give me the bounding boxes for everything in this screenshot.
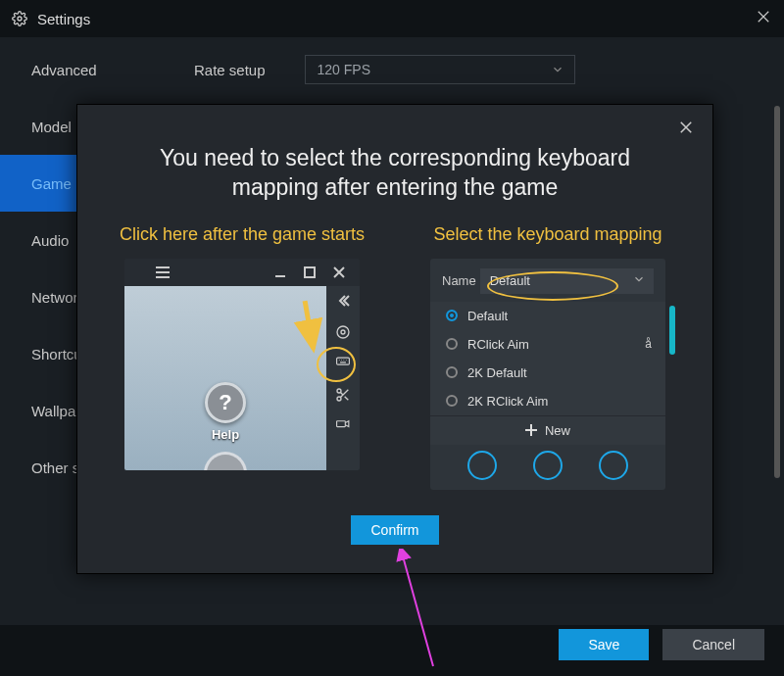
circle-icon [599,451,628,480]
mapping-option-list: Default RClick Aimå 2K Default 2K RClick… [430,302,665,445]
modal-title: You need to select the corresponding key… [124,144,665,203]
plus-icon [525,424,537,436]
chevron-down-icon [551,63,564,76]
radio-icon [446,338,458,350]
mapping-option-rclick-aim[interactable]: RClick Aimå [430,330,665,359]
modal-close-button[interactable] [677,119,695,136]
save-button[interactable]: Save [559,629,649,660]
sidebar-item-label: Advanced [31,62,97,78]
app-preview: ? Help [124,259,360,470]
keyboard-mapping-modal: You need to select the corresponding key… [76,104,713,574]
svg-point-2 [341,330,345,334]
svg-point-0 [18,17,22,21]
svg-point-5 [337,389,341,393]
sidebar-item-label: Audio [31,232,69,249]
preview-titlebar [124,259,360,286]
mapping-new-button[interactable]: New [430,415,665,445]
modal-left-column: Click here after the game starts ? Help [105,224,379,490]
modal-right-column: Select the keyboard mapping Name Default… [411,224,685,490]
sidebar-item-advanced[interactable]: Advanced [0,41,167,98]
circle-icon [533,451,563,480]
close-icon [324,261,354,284]
rate-setup-row: Rate setup 120 FPS [194,55,757,84]
sidebar-item-label: Model [31,119,72,135]
globe-icon [204,452,247,470]
option-label: 2K RClick Aim [467,394,548,409]
sidebar-item-label: Game [31,175,72,192]
mapping-option-2k-default[interactable]: 2K Default [430,359,665,387]
background-circles [430,445,665,490]
scrollbar[interactable] [774,106,780,478]
radio-icon [446,395,458,407]
svg-rect-1 [305,267,315,277]
radio-icon [446,366,458,378]
confirm-button[interactable]: Confirm [351,515,438,545]
chevron-down-icon [632,272,646,286]
mapping-option-2k-rclick-aim[interactable]: 2K RClick Aim [430,387,665,415]
option-label: RClick Aim [467,337,529,352]
minimize-icon [266,261,295,284]
collapse-icon [332,290,354,312]
rate-setup-label: Rate setup [194,62,266,78]
radio-icon [446,310,458,321]
window-close-button[interactable] [755,8,772,25]
settings-icon [12,11,27,26]
rate-setup-value: 120 FPS [318,62,370,77]
left-column-heading: Click here after the game starts [105,224,379,245]
circle-icon [467,451,497,480]
svg-point-6 [337,397,341,401]
mapping-name-row: Name Default [430,268,665,302]
camera-icon [332,415,354,437]
titlebar: Settings [0,0,784,37]
option-label: Default [467,309,508,323]
option-label: 2K Default [467,365,527,380]
right-column-heading: Select the keyboard mapping [411,224,685,245]
new-label: New [545,423,570,438]
hamburger-icon [148,261,177,284]
mapping-panel: Name Default Default RClick Aimå 2K Defa… [430,259,665,490]
cancel-button[interactable]: Cancel [662,629,764,660]
pin-icon: å [645,337,652,351]
scissors-icon [332,384,354,406]
highlight-ellipse [487,271,618,301]
svg-rect-7 [337,421,346,427]
mapping-option-default[interactable]: Default [430,302,665,330]
mapping-name-label: Name [442,273,476,288]
help-label: Help [212,427,239,442]
help-icon: ? [205,382,246,423]
rate-setup-dropdown[interactable]: 120 FPS [305,55,575,84]
maximize-icon [295,261,324,284]
footer: Save Cancel [559,629,764,660]
window-title: Settings [37,11,90,27]
accent-bar [669,306,675,355]
